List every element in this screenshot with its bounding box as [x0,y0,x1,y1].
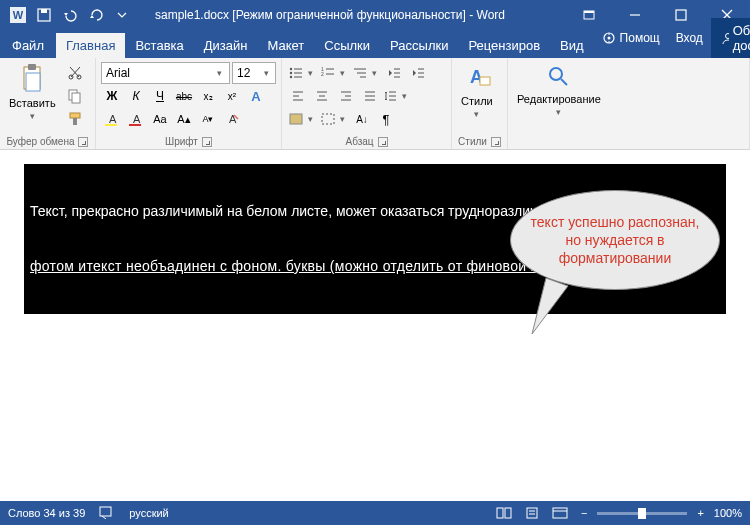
share-button[interactable]: Общий доступ [711,18,750,58]
tab-view[interactable]: Вид [550,33,594,58]
svg-rect-23 [72,93,80,103]
justify-icon[interactable] [359,85,381,107]
paragraph-dialog-launcher[interactable] [378,137,388,147]
clipboard-dialog-launcher[interactable] [78,137,88,147]
svg-text:A: A [109,113,117,125]
shading-icon[interactable]: ▾ [287,108,317,130]
align-right-icon[interactable] [335,85,357,107]
editing-button[interactable]: Редактирование▾ [511,60,607,120]
shrink-font-icon[interactable]: A▾ [197,108,219,130]
tab-design[interactable]: Дизайн [194,33,258,58]
svg-point-11 [607,37,610,40]
align-center-icon[interactable] [311,85,333,107]
borders-icon[interactable]: ▾ [319,108,349,130]
tell-me-label: Помощ [620,31,660,45]
styles-button[interactable]: A Стили▾ [455,60,499,122]
tab-layout[interactable]: Макет [257,33,314,58]
tab-review[interactable]: Рецензиров [458,33,550,58]
svg-rect-73 [100,507,111,516]
tell-me-input[interactable]: Помощ [594,26,668,50]
svg-rect-17 [26,73,40,91]
status-spellcheck-icon[interactable] [99,505,115,521]
bullets-icon[interactable]: ▾ [287,62,317,84]
svg-text:A: A [229,113,237,125]
tab-mailings[interactable]: Рассылки [380,33,458,58]
word-app-icon[interactable]: W [6,3,30,27]
tab-home[interactable]: Главная [56,33,125,58]
svg-rect-28 [105,124,117,126]
copy-icon[interactable] [64,85,86,107]
svg-rect-3 [41,9,47,13]
change-case-icon[interactable]: Aa [149,108,171,130]
svg-text:2: 2 [321,71,324,77]
zoom-level[interactable]: 100% [714,507,742,519]
svg-rect-67 [322,114,334,124]
svg-rect-25 [73,118,77,125]
grow-font-icon[interactable]: A▴ [173,108,195,130]
svg-rect-5 [584,11,594,13]
view-read-icon[interactable] [493,504,515,522]
cut-icon[interactable] [64,62,86,84]
font-name-input[interactable] [106,66,214,80]
decrease-indent-icon[interactable] [383,62,405,84]
svg-text:W: W [13,9,24,21]
status-word-count[interactable]: Слово 34 из 39 [8,507,85,519]
clear-format-icon[interactable]: A [221,108,243,130]
svg-point-14 [725,34,728,39]
share-label: Общий доступ [733,23,750,53]
svg-point-34 [290,76,292,78]
paste-label: Вставить [9,97,56,109]
font-size-combo[interactable]: ▾ [232,62,276,84]
zoom-in-icon[interactable]: + [693,507,707,519]
tab-file[interactable]: Файл [0,33,56,58]
tab-insert[interactable]: Вставка [125,33,193,58]
underline-button[interactable]: Ч [149,85,171,107]
sort-icon[interactable]: A↓ [351,108,373,130]
callout-shape[interactable]: текст успешно распознан, но нуждается в … [510,190,720,290]
font-color-icon[interactable]: A [125,108,147,130]
group-paragraph-label: Абзац [345,136,373,147]
tab-references[interactable]: Ссылки [314,33,380,58]
svg-text:A: A [251,89,261,104]
status-language[interactable]: русский [129,507,168,519]
svg-rect-76 [527,508,537,518]
document-canvas[interactable]: Текст, прекрасно различимый на белом лис… [0,150,750,497]
zoom-out-icon[interactable]: − [577,507,591,519]
bold-button[interactable]: Ж [101,85,123,107]
svg-rect-30 [129,124,141,126]
save-icon[interactable] [32,3,56,27]
line-spacing-icon[interactable]: ▾ [383,85,411,107]
align-left-icon[interactable] [287,85,309,107]
styles-dialog-launcher[interactable] [491,137,501,147]
signin-link[interactable]: Вход [668,26,711,50]
group-styles-label: Стили [458,136,487,147]
chevron-down-icon: ▾ [26,111,38,121]
multilevel-list-icon[interactable]: ▾ [351,62,381,84]
paste-button[interactable]: Вставить ▾ [3,60,62,124]
font-dialog-launcher[interactable] [202,137,212,147]
svg-point-32 [290,68,292,70]
undo-icon[interactable] [58,3,82,27]
svg-rect-24 [70,113,80,118]
italic-button[interactable]: К [125,85,147,107]
redo-icon[interactable] [84,3,108,27]
qat-customize-icon[interactable] [110,3,134,27]
subscript-button[interactable]: x₂ [197,85,219,107]
zoom-slider[interactable] [597,512,687,515]
format-painter-icon[interactable] [64,108,86,130]
document-body-text[interactable]: Текст, прекрасно различимый на белом лис… [24,494,726,498]
view-web-icon[interactable] [549,504,571,522]
show-marks-icon[interactable]: ¶ [375,108,397,130]
increase-indent-icon[interactable] [407,62,429,84]
highlight-icon[interactable]: A [101,108,123,130]
styles-label: Стили [461,95,493,107]
numbering-icon[interactable]: 12▾ [319,62,349,84]
view-print-icon[interactable] [521,504,543,522]
strikethrough-button[interactable]: abc [173,85,195,107]
font-name-combo[interactable]: ▾ [101,62,230,84]
text-effects-icon[interactable]: A [245,85,267,107]
svg-point-33 [290,72,292,74]
svg-text:A: A [133,113,141,125]
superscript-button[interactable]: x² [221,85,243,107]
font-size-input[interactable] [237,66,262,80]
